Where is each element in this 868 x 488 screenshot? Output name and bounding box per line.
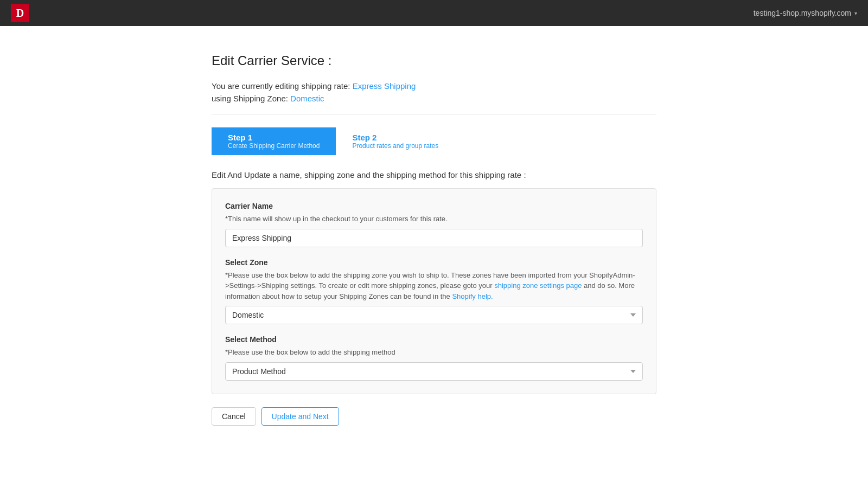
editing-zone-link: Domestic (290, 94, 324, 103)
editing-rate-prefix: You are currently editing shipping rate: (212, 81, 350, 91)
section-description: Edit And Update a name, shipping zone an… (212, 170, 656, 179)
account-menu[interactable]: testing1-shop.myshopify.com ▾ (754, 9, 857, 17)
select-method-hint: *Please use the box below to add the shi… (225, 347, 643, 358)
editing-rate-info: You are currently editing shipping rate:… (212, 81, 656, 91)
carrier-name-hint: *This name will show up in the checkout … (225, 214, 643, 224)
method-select[interactable]: Product Method Weight Method Price Metho… (225, 362, 643, 381)
page-title: Edit Carrier Service : (212, 53, 656, 68)
step-1-sub: Cerate Shipping Carrier Method (228, 142, 320, 150)
carrier-name-input[interactable] (225, 229, 643, 247)
zone-select[interactable]: Domestic International Rest of World (225, 306, 643, 324)
logo: D (11, 4, 29, 22)
account-name: testing1-shop.myshopify.com (754, 9, 851, 17)
carrier-name-group: Carrier Name *This name will show up in … (225, 202, 643, 247)
step-2-sub: Product rates and group rates (352, 142, 438, 150)
select-method-label: Select Method (225, 335, 643, 344)
editing-rate-link[interactable]: Express Shipping (353, 81, 416, 91)
section-divider (212, 114, 656, 114)
editing-zone-info: using Shipping Zone: Domestic (212, 94, 656, 103)
form-panel: Carrier Name *This name will show up in … (212, 188, 656, 394)
steps-container: Step 1 Cerate Shipping Carrier Method St… (212, 127, 656, 155)
step-1[interactable]: Step 1 Cerate Shipping Carrier Method (212, 127, 336, 155)
app-header: D testing1-shop.myshopify.com ▾ (0, 0, 868, 26)
select-method-group: Select Method *Please use the box below … (225, 335, 643, 381)
cancel-button[interactable]: Cancel (212, 407, 256, 426)
step-1-label: Step 1 (228, 133, 320, 142)
update-next-button[interactable]: Update and Next (261, 407, 339, 426)
chevron-down-icon: ▾ (854, 10, 857, 16)
select-zone-group: Select Zone *Please use the box below to… (225, 258, 643, 325)
shopify-help-link[interactable]: Shopify help. (452, 292, 493, 300)
carrier-name-label: Carrier Name (225, 202, 643, 210)
step-2[interactable]: Step 2 Product rates and group rates (336, 127, 455, 155)
main-content: Edit Carrier Service : You are currently… (190, 26, 678, 453)
shipping-zone-settings-link[interactable]: shipping zone settings page (494, 281, 582, 290)
select-zone-hint: *Please use the box below to add the shi… (225, 270, 643, 302)
button-row: Cancel Update and Next (212, 407, 656, 426)
editing-zone-prefix: using Shipping Zone: (212, 94, 288, 103)
logo-letter: D (16, 7, 24, 20)
select-zone-label: Select Zone (225, 258, 643, 267)
logo-box: D (11, 4, 29, 22)
step-2-label: Step 2 (352, 133, 438, 142)
